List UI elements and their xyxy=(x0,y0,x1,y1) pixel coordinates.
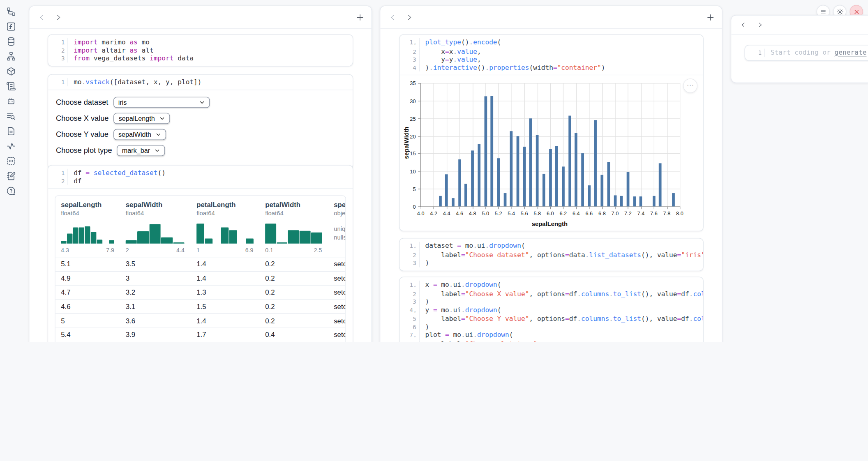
column-header-sepalWidth[interactable]: sepalWidthfloat6424.4 xyxy=(120,201,191,254)
marimo-app: 1import marimo as mo2import altair as al… xyxy=(0,0,868,342)
chart-bar[interactable] xyxy=(445,174,448,206)
chart-menu-button[interactable]: ⋯ xyxy=(683,78,697,93)
package-icon[interactable] xyxy=(6,67,16,76)
chart-bar[interactable] xyxy=(536,135,539,206)
chart-bar[interactable] xyxy=(478,144,480,206)
column-next-button[interactable] xyxy=(405,13,414,22)
chart-bar[interactable] xyxy=(503,194,506,207)
chart-bar[interactable] xyxy=(458,159,461,206)
log-search-icon[interactable] xyxy=(6,111,16,121)
bot-chat-icon[interactable] xyxy=(6,96,16,106)
fold-chevron-icon[interactable]: ⌄ xyxy=(413,244,416,249)
chart-bar[interactable] xyxy=(523,147,526,206)
dropdown-choose-y-value[interactable]: sepalWidth xyxy=(113,129,166,140)
hierarchy-icon[interactable] xyxy=(6,51,16,61)
fold-chevron-icon[interactable]: ⌄ xyxy=(413,308,416,313)
column-prev-button[interactable] xyxy=(37,13,46,22)
dropdown-choose-x-value[interactable]: sepalLength xyxy=(114,113,170,124)
fold-chevron-icon[interactable]: ⌄ xyxy=(413,283,416,288)
cell-vstack[interactable]: 1mo.vstack([dataset, x, y, plot]) Choose… xyxy=(48,74,353,169)
chart-bar[interactable] xyxy=(549,149,552,207)
chart-bar[interactable] xyxy=(517,136,519,207)
scroll-icon[interactable] xyxy=(6,81,16,91)
cell-dataframe[interactable]: 1df = selected_dataset()2df sepalLengthf… xyxy=(48,165,353,342)
chart-bar[interactable] xyxy=(594,120,597,206)
chart-bar[interactable] xyxy=(471,150,474,206)
imports-code[interactable]: 1import marimo as mo2import altair as al… xyxy=(48,35,353,66)
table-row[interactable]: 4.73.21.30.2setosa xyxy=(55,285,346,299)
cell-plot[interactable]: 1⌄plot_type().encode(2 x=x.value,3 y=y.v… xyxy=(399,35,704,231)
chart-bar[interactable] xyxy=(439,196,442,207)
generate-link[interactable]: generate xyxy=(835,49,867,57)
widget-label: Choose dataset xyxy=(56,98,108,106)
chart-bar[interactable] xyxy=(614,195,616,206)
chart-bar[interactable] xyxy=(575,133,577,206)
chart-bar[interactable] xyxy=(529,119,532,207)
chart-bar[interactable] xyxy=(620,196,623,207)
vstack-code[interactable]: 1mo.vstack([dataset, x, y, plot]) xyxy=(48,75,353,90)
table-row[interactable]: 53.61.40.2setosa xyxy=(55,313,346,327)
scratchpad-prev-button[interactable] xyxy=(739,21,748,30)
activity-icon[interactable] xyxy=(6,141,16,151)
dataset-code[interactable]: 1⌄dataset = mo.ui.dropdown(2 label="Choo… xyxy=(399,239,703,270)
chart-bar[interactable] xyxy=(601,175,604,206)
chart-bar[interactable] xyxy=(581,154,584,207)
chart-bar[interactable] xyxy=(491,96,494,206)
table-row[interactable]: 4.63.41.40.30000000000000004setosa xyxy=(55,342,346,342)
column-header-sepalLength[interactable]: sepalLengthfloat644.37.9 xyxy=(55,201,120,254)
code-placeholder[interactable]: Start coding or generate with xyxy=(764,49,868,57)
chart-bar[interactable] xyxy=(555,146,558,207)
chart-bar[interactable] xyxy=(497,158,500,207)
add-cell-button[interactable] xyxy=(355,12,365,22)
plot-code[interactable]: 1⌄plot_type().encode(2 x=x.value,3 y=y.v… xyxy=(399,35,703,75)
chart-plot-area[interactable]: 051015202530354.04.24.44.64.85.05.25.45.… xyxy=(420,83,680,207)
dropdown-choose-plot-type[interactable]: mark_bar xyxy=(117,145,165,156)
fold-chevron-icon[interactable]: ⌄ xyxy=(413,40,416,45)
chart-bar[interactable] xyxy=(510,131,513,207)
column-header-petalWidth[interactable]: petalWidthfloat640.12.5 xyxy=(260,201,328,254)
chart-bar[interactable] xyxy=(659,164,662,207)
column-header-species[interactable]: speciesobjectunique:nulls: xyxy=(328,201,346,254)
add-cell-button[interactable] xyxy=(705,12,715,22)
database-icon[interactable] xyxy=(6,37,16,46)
table-row[interactable]: 4.931.40.2setosa xyxy=(55,271,346,285)
scratchpad-icon[interactable] xyxy=(6,171,16,181)
column-prev-button[interactable] xyxy=(388,13,397,22)
file-tree-icon[interactable] xyxy=(6,7,16,16)
cell-xy-dropdowns[interactable]: 1⌄x = mo.ui.dropdown(2 label="Choose X v… xyxy=(399,277,704,342)
scratchpad-cell[interactable]: 1 Start coding or generate with xyxy=(745,45,868,60)
table-row[interactable]: 4.63.11.50.2setosa xyxy=(55,299,346,313)
help-bubble-icon[interactable] xyxy=(6,186,16,196)
dropdown-choose-dataset[interactable]: iris xyxy=(113,97,210,108)
code-snippet-icon[interactable] xyxy=(6,156,16,166)
chart-bar[interactable] xyxy=(633,196,636,206)
scratchpad-next-button[interactable] xyxy=(756,21,765,30)
chart-bar[interactable] xyxy=(568,115,571,206)
code-line: 2df xyxy=(48,177,353,185)
table-row[interactable]: 5.43.91.70.4setosa xyxy=(55,327,346,341)
xy-dropdowns-code[interactable]: 1⌄x = mo.ui.dropdown(2 label="Choose X v… xyxy=(399,277,703,342)
document-icon[interactable] xyxy=(6,126,16,136)
chart-bar[interactable] xyxy=(452,198,455,207)
chart-bar[interactable] xyxy=(672,193,675,207)
cell-dataset-dropdown[interactable]: 1⌄dataset = mo.ui.dropdown(2 label="Choo… xyxy=(399,238,704,271)
chart-bar[interactable] xyxy=(465,184,468,206)
function-square-icon[interactable] xyxy=(6,22,16,32)
code-line: 2 x=x.value, xyxy=(399,47,703,55)
cell-imports[interactable]: 1import marimo as mo2import altair as al… xyxy=(48,35,353,66)
chart-bar[interactable] xyxy=(484,97,487,207)
scratchpad-body: 1 Start coding or generate with xyxy=(731,35,868,83)
chart-bar[interactable] xyxy=(653,196,656,207)
table-row[interactable]: 5.13.51.40.2setosa xyxy=(55,257,346,271)
chart-bar[interactable] xyxy=(542,174,545,206)
chart-bar[interactable] xyxy=(588,186,591,207)
chart-bar[interactable] xyxy=(639,196,642,206)
dataframe-code[interactable]: 1df = selected_dataset()2df xyxy=(48,166,353,189)
widget-label: Choose Y value xyxy=(56,130,108,138)
fold-chevron-icon[interactable]: ⌄ xyxy=(413,333,416,338)
column-header-petalLength[interactable]: petalLengthfloat6416.9 xyxy=(191,201,260,254)
chart-bar[interactable] xyxy=(562,166,565,206)
column-next-button[interactable] xyxy=(54,13,63,22)
chart-bar[interactable] xyxy=(607,162,610,206)
chart-bar[interactable] xyxy=(627,172,630,206)
